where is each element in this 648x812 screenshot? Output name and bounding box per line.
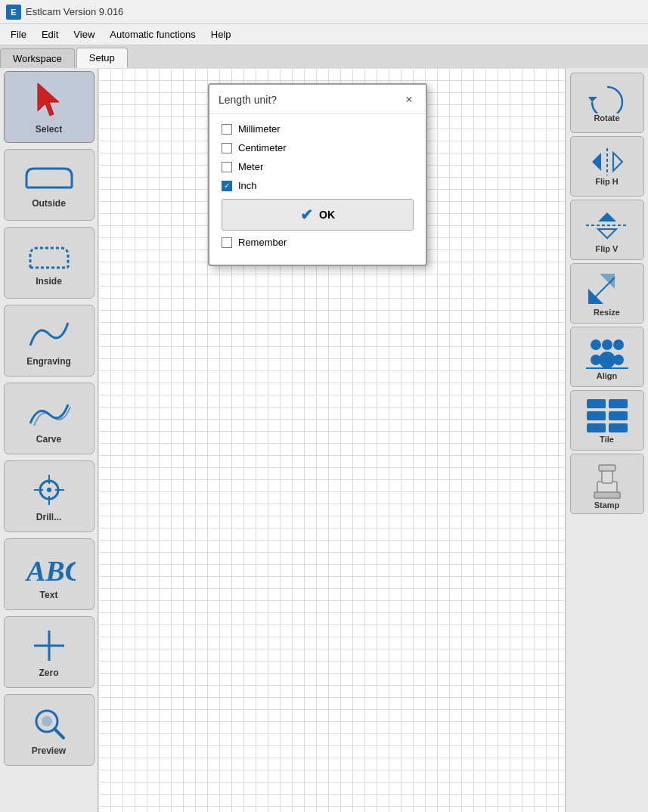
menu-bar: File Edit View Automatic functions Help xyxy=(0,24,648,45)
rt-align[interactable]: Align xyxy=(570,327,644,387)
rt-rotate[interactable]: Rotate xyxy=(570,73,644,133)
tile-label: Tile xyxy=(600,435,614,444)
tab-workspace[interactable]: Workspace xyxy=(0,48,75,68)
svg-point-24 xyxy=(602,339,612,350)
preview-icon xyxy=(30,705,68,742)
svg-rect-37 xyxy=(594,492,620,498)
menu-help[interactable]: Help xyxy=(203,26,239,43)
canvas-area[interactable]: Length unit? × Millimeter Centimeter xyxy=(98,68,565,812)
flip-h-label: Flip H xyxy=(595,177,619,186)
remember-checkbox[interactable] xyxy=(222,237,232,248)
zero-icon xyxy=(30,627,68,665)
tool-drill[interactable]: Drill... xyxy=(4,460,95,532)
dialog-close-button[interactable]: × xyxy=(402,92,417,107)
carve-icon xyxy=(23,393,76,431)
tile-icon xyxy=(584,397,630,435)
svg-line-12 xyxy=(54,729,64,738)
svg-line-22 xyxy=(592,277,615,300)
millimeter-checkbox[interactable] xyxy=(222,124,232,135)
svg-marker-18 xyxy=(598,212,616,222)
svg-text:ABC: ABC xyxy=(25,555,76,587)
svg-marker-13 xyxy=(588,97,597,102)
svg-rect-31 xyxy=(609,399,628,408)
svg-rect-32 xyxy=(587,411,606,420)
sidebar: Select Outside Inside xyxy=(0,68,98,812)
svg-rect-30 xyxy=(587,399,606,408)
resize-icon xyxy=(584,270,630,308)
svg-marker-0 xyxy=(38,83,59,116)
tab-setup[interactable]: Setup xyxy=(76,48,128,68)
dialog-title-text: Length unit? xyxy=(219,94,277,106)
main-container: Select Outside Inside xyxy=(0,68,648,812)
menu-file[interactable]: File xyxy=(3,26,34,43)
title-bar: E Estlcam Version 9.016 xyxy=(0,0,648,24)
svg-marker-19 xyxy=(598,229,616,238)
tool-inside[interactable]: Inside xyxy=(4,227,95,299)
centimeter-checkbox[interactable] xyxy=(222,143,232,153)
length-unit-dialog: Length unit? × Millimeter Centimeter xyxy=(208,83,427,266)
outside-label: Outside xyxy=(32,198,66,209)
tool-select[interactable]: Select xyxy=(4,71,95,143)
remember-label: Remember xyxy=(238,237,287,248)
dialog-title-bar: Length unit? × xyxy=(209,85,426,114)
modal-overlay: Length unit? × Millimeter Centimeter xyxy=(98,68,565,812)
inch-label: Inch xyxy=(238,180,257,191)
menu-view[interactable]: View xyxy=(66,26,102,43)
svg-rect-35 xyxy=(609,423,628,432)
menu-edit[interactable]: Edit xyxy=(34,26,66,43)
tool-preview[interactable]: Preview xyxy=(4,694,95,766)
tab-bar: Workspace Setup xyxy=(0,45,648,68)
rt-resize[interactable]: Resize xyxy=(570,263,644,324)
engraving-icon xyxy=(23,315,76,353)
right-toolbar: Rotate Flip H Flip V xyxy=(565,68,648,812)
svg-marker-21 xyxy=(600,274,615,289)
align-label: Align xyxy=(597,371,618,380)
menu-automatic[interactable]: Automatic functions xyxy=(102,26,203,43)
svg-point-25 xyxy=(613,339,624,350)
rt-stamp[interactable]: Stamp xyxy=(570,454,644,514)
rt-flip-v[interactable]: Flip V xyxy=(570,200,644,260)
tool-outside[interactable]: Outside xyxy=(4,149,95,221)
flip-h-icon xyxy=(584,147,630,177)
drill-icon xyxy=(30,471,68,509)
engraving-label: Engraving xyxy=(26,356,71,367)
select-label: Select xyxy=(36,124,62,135)
stamp-label: Stamp xyxy=(594,501,620,510)
option-meter[interactable]: Meter xyxy=(222,161,414,172)
outside-icon xyxy=(19,161,79,195)
option-centimeter[interactable]: Centimeter xyxy=(222,142,414,153)
carve-label: Carve xyxy=(36,434,61,445)
tool-zero[interactable]: Zero xyxy=(4,616,95,688)
preview-label: Preview xyxy=(32,745,66,756)
centimeter-label: Centimeter xyxy=(238,142,287,153)
inside-icon xyxy=(19,239,79,273)
flip-v-icon xyxy=(584,206,630,244)
tool-text[interactable]: ABC Text xyxy=(4,538,95,610)
meter-checkbox[interactable] xyxy=(222,162,232,172)
rotate-icon xyxy=(588,83,626,113)
app-title: Estlcam Version 9.016 xyxy=(26,6,123,17)
ok-button[interactable]: ✔ OK xyxy=(222,199,414,231)
rt-tile[interactable]: Tile xyxy=(570,390,644,451)
svg-point-23 xyxy=(591,339,601,350)
drill-label: Drill... xyxy=(36,512,61,522)
option-millimeter[interactable]: Millimeter xyxy=(222,123,414,135)
rt-flip-h[interactable]: Flip H xyxy=(570,136,644,197)
svg-rect-33 xyxy=(609,411,628,420)
svg-point-11 xyxy=(42,716,52,727)
tool-carve[interactable]: Carve xyxy=(4,383,95,454)
svg-point-6 xyxy=(47,488,51,492)
svg-marker-16 xyxy=(613,153,622,171)
rotate-label: Rotate xyxy=(594,113,619,122)
text-icon: ABC xyxy=(23,549,76,587)
tool-engraving[interactable]: Engraving xyxy=(4,305,95,377)
svg-marker-15 xyxy=(592,153,601,171)
ok-checkmark-icon: ✔ xyxy=(300,206,313,224)
zero-label: Zero xyxy=(39,668,58,678)
svg-rect-39 xyxy=(599,465,615,471)
svg-rect-34 xyxy=(587,423,606,432)
inch-checkbox[interactable] xyxy=(222,181,232,191)
option-inch[interactable]: Inch xyxy=(222,180,414,191)
flip-v-label: Flip V xyxy=(596,244,619,253)
option-remember[interactable]: Remember xyxy=(222,237,414,248)
